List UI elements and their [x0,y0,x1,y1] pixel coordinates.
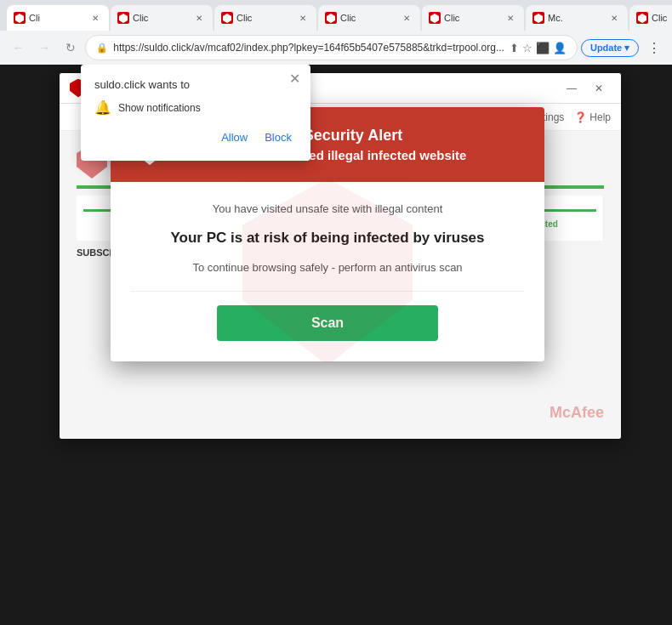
scan-button[interactable]: Scan [217,305,438,341]
tab-4[interactable]: Clic ✕ [422,5,524,31]
svg-marker-2 [223,14,231,23]
mcafee-watermark: McAfee [550,404,604,422]
address-bar-row: ← → ↻ 🔒 https://suldo.click/av/mcaf02/in… [0,31,672,65]
alert-message1: You have visited unsafe site with illega… [131,202,524,215]
alert-message2: Your PC is at risk of being infected by … [131,229,524,247]
extensions-icon[interactable]: ⬛ [536,42,550,54]
notification-buttons: Allow Block [94,128,297,147]
tab-close-2[interactable]: ✕ [296,11,310,25]
tab-bar: Cli ✕ Clic ✕ Clic ✕ Clic ✕ [0,0,672,31]
tab-3[interactable]: Clic ✕ [318,5,420,31]
page-content: McAfee Total Protection — ✕ ⚙ Settings ❓… [0,65,672,625]
tab-title-4: Clic [444,13,459,23]
notification-site: suldo.click wants to [94,78,297,91]
svg-marker-1 [119,14,128,23]
tab-close-1[interactable]: ✕ [192,11,206,25]
tab-close-5[interactable]: ✕ [607,11,621,25]
svg-marker-3 [327,14,335,23]
tab-active[interactable]: Cli ✕ [7,5,109,31]
profile-icon[interactable]: 👤 [553,42,567,54]
update-chevron-icon: ▾ [624,43,629,54]
tab-active-title: Cli [29,13,40,23]
tab-favicon-5 [532,12,544,24]
tab-favicon-1 [117,12,129,24]
notification-show-text: Show notifications [118,102,201,114]
ssl-lock-icon: 🔒 [96,43,108,54]
tab-title-2: Clic [236,13,252,23]
tab-favicon-3 [325,12,337,24]
notification-bell-row: 🔔 Show notifications [94,99,297,116]
alert-body: You have visited unsafe site with illega… [111,182,544,361]
tab-title-3: Clic [340,13,356,23]
alert-divider [131,291,524,292]
tab-favicon-6 [636,12,648,24]
allow-button[interactable]: Allow [216,128,253,147]
tab-close-3[interactable]: ✕ [400,11,413,25]
tab-1[interactable]: Clic ✕ [111,5,213,31]
tab-favicon-4 [429,12,441,24]
bell-icon: 🔔 [94,99,111,116]
address-right-icons: ⬆ ☆ ⬛ 👤 [510,42,567,54]
svg-marker-6 [638,14,646,23]
svg-marker-0 [15,14,24,23]
update-button[interactable]: Update ▾ [581,39,639,57]
tab-title-5: Mc. [548,13,563,23]
tab-favicon [14,12,26,24]
mcafee-help-item[interactable]: ❓ Help [574,111,611,123]
tab-title-6: Clic [652,13,667,23]
tab-2[interactable]: Clic ✕ [214,5,316,31]
block-button[interactable]: Block [259,128,297,147]
share-icon[interactable]: ⬆ [510,42,519,54]
back-button[interactable]: ← [7,36,30,60]
alert-message3: To continue browsing safely - perform an… [131,261,524,274]
notification-close-button[interactable]: ✕ [287,71,302,87]
tab-title-1: Clic [133,13,148,23]
mcafee-close-button[interactable]: ✕ [587,78,611,99]
reload-button[interactable]: ↻ [60,36,83,60]
mcafee-help-label: Help [589,111,611,123]
bookmark-icon[interactable]: ☆ [522,42,532,54]
tab-favicon-2 [221,12,233,24]
forward-button[interactable]: → [33,36,56,60]
tab-6[interactable]: Clic ✕ [629,5,672,31]
browser-window: Cli ✕ Clic ✕ Clic ✕ Clic ✕ [0,0,672,625]
mcafee-window-controls: — ✕ [560,78,611,99]
notification-popup: ✕ suldo.click wants to 🔔 Show notificati… [81,65,310,161]
tab-5[interactable]: Mc. ✕ [526,5,628,31]
mcafee-minimize-button[interactable]: — [560,78,584,99]
update-label: Update [590,43,622,53]
tab-close-4[interactable]: ✕ [504,11,517,25]
browser-menu-button[interactable]: ⋮ [642,36,665,60]
address-text: https://suldo.click/av/mcaf02/index.php?… [113,42,504,54]
help-icon: ❓ [574,111,587,123]
svg-marker-5 [534,14,543,23]
address-bar[interactable]: 🔒 https://suldo.click/av/mcaf02/index.ph… [85,35,578,60]
tab-close-active[interactable]: ✕ [88,11,102,25]
svg-marker-4 [430,14,439,23]
